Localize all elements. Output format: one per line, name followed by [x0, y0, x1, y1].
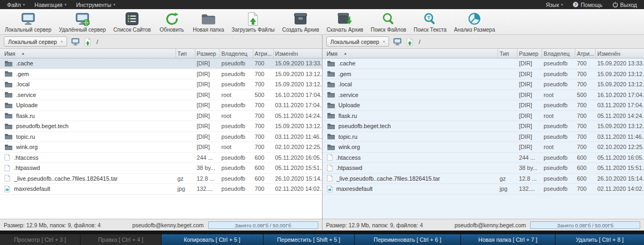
- file-row[interactable]: _live.pseudofb..cache.7files.1826415.tar…: [0, 174, 322, 184]
- file-row[interactable]: Uploade[DIR]pseudofb70003.11.2020 17:04.…: [323, 100, 644, 111]
- file-name: maxresdefault: [336, 185, 373, 192]
- column-header-name[interactable]: Имя▲: [323, 49, 499, 58]
- attrs-cell: 700: [575, 185, 596, 192]
- file-row[interactable]: .htaccess244 ...pseudofb60005.11.2020 16…: [323, 153, 644, 164]
- column-header-type[interactable]: Тип: [498, 49, 517, 58]
- column-header-owner[interactable]: Владелец: [542, 49, 575, 58]
- file-row[interactable]: flask.ru[DIR]root70005.11.2020 14:24...: [323, 111, 644, 122]
- modified-cell: 02.10.2020 12:25...: [274, 144, 322, 150]
- toolbar-download-archive-button[interactable]: Скачать Архив: [323, 10, 367, 33]
- attrs-cell: 600: [575, 154, 596, 161]
- column-header-modified[interactable]: Изменён: [596, 49, 644, 58]
- file-name: topic.ru: [16, 133, 35, 140]
- file-name: .htaccess: [336, 154, 361, 161]
- attrs-cell: 700: [253, 102, 274, 108]
- size-cell: [DIR]: [517, 144, 542, 150]
- file-row[interactable]: maxresdefaultjpg132....pseudofb70002.11.…: [323, 184, 644, 195]
- file-row[interactable]: topic.ru[DIR]pseudofb70003.11.2020 11:46…: [323, 132, 644, 143]
- owner-cell: pseudofb: [220, 154, 253, 161]
- file-row[interactable]: pseudofb.beget.tech[DIR]pseudofb70015.09…: [0, 121, 322, 132]
- column-header-modified[interactable]: Изменён: [274, 49, 322, 58]
- column-header-type[interactable]: Тип: [176, 49, 195, 58]
- size-cell: [DIR]: [195, 92, 220, 98]
- action-new-folder-button[interactable]: Новая папка [ Ctrl + 7 ]: [461, 234, 555, 245]
- owner-cell: root: [542, 144, 575, 150]
- file-row[interactable]: wink.org[DIR]root70002.10.2020 12:25...: [0, 142, 322, 153]
- modified-cell: 16.10.2020 17:04...: [274, 92, 322, 98]
- menu-file[interactable]: Файл▾: [2, 0, 30, 9]
- file-row[interactable]: .htpasswd38 by...pseudofb60005.11.2020 1…: [0, 163, 322, 174]
- file-row[interactable]: flask.ru[DIR]root70005.11.2020 14:24...: [0, 111, 322, 122]
- menu-tools[interactable]: Инструменты▾: [71, 0, 120, 9]
- table-header: Имя▲ТипРазмерВладелецАтри...Изменён: [323, 49, 644, 58]
- menu-exit[interactable]: Выход: [608, 0, 642, 9]
- action-copy-button[interactable]: Копировать [ Ctrl + 5 ]: [162, 234, 263, 245]
- file-row[interactable]: pseudofb.beget.tech[DIR]pseudofb70015.09…: [323, 121, 644, 132]
- file-row[interactable]: Uploade[DIR]pseudofb70003.11.2020 17:04.…: [0, 100, 322, 111]
- file-row[interactable]: .service[DIR]root50016.10.2020 17:04...: [0, 90, 322, 101]
- file-row[interactable]: .local[DIR]pseudofb70015.09.2020 13:12..…: [0, 79, 322, 90]
- file-name: .htpasswd: [336, 165, 363, 171]
- server-select-label: Локальный сервер: [331, 39, 379, 45]
- file-row[interactable]: .cache[DIR]pseudofb70015.09.2020 13:33..…: [0, 58, 322, 69]
- action-delete-button[interactable]: Удалить [ Ctrl + 8 ]: [555, 234, 644, 245]
- computer-icon[interactable]: [393, 38, 402, 46]
- toolbar-refresh-button[interactable]: Обновить: [155, 10, 189, 33]
- folder-icon: [327, 112, 335, 119]
- owner-cell: pseudofb: [542, 60, 575, 66]
- attrs-cell: 700: [253, 81, 274, 87]
- server-select[interactable]: Локальный сервер ▾: [326, 36, 390, 47]
- toolbar-remote-server-button[interactable]: Удалённый сервер: [55, 10, 109, 33]
- toolbar-search-files-button[interactable]: Поиск Файлов: [367, 10, 410, 33]
- file-row[interactable]: topic.ru[DIR]pseudofb70003.11.2020 11:46…: [0, 132, 322, 143]
- new-folder-icon: [201, 11, 216, 26]
- size-cell: [DIR]: [195, 113, 220, 119]
- file-row[interactable]: maxresdefaultjpg132....pseudofb70002.11.…: [0, 184, 322, 195]
- modified-cell: 15.09.2020 13:33...: [274, 60, 322, 66]
- folder-icon: [4, 112, 12, 119]
- home-upload-icon[interactable]: [406, 38, 414, 46]
- column-header-owner[interactable]: Владелец: [220, 49, 253, 58]
- name-cell: flask.ru: [323, 112, 499, 119]
- attrs-cell: 700: [575, 60, 596, 66]
- column-header-attrs[interactable]: Атри...: [575, 49, 596, 58]
- toolbar-upload-files-button[interactable]: Загрузить Файлы: [228, 10, 278, 33]
- computer-icon[interactable]: [71, 38, 80, 46]
- home-upload-icon[interactable]: [84, 38, 92, 46]
- file-row[interactable]: wink.org[DIR]root70002.10.2020 12:25...: [323, 142, 644, 153]
- owner-cell: pseudofb: [542, 154, 575, 161]
- toolbar-size-analysis-button[interactable]: Анализ Размера: [450, 10, 499, 33]
- toolbar-new-folder-button[interactable]: Новая папка: [189, 10, 228, 33]
- toolbar-create-archive-button[interactable]: Создать Архив: [279, 10, 323, 33]
- toolbar-local-server-button[interactable]: Локальный сервер: [1, 10, 55, 33]
- site-list-icon: [125, 11, 139, 26]
- file-row[interactable]: .cache[DIR]pseudofb70015.09.2020 13:33..…: [323, 58, 644, 69]
- modified-cell: 03.11.2020 17:04...: [596, 102, 644, 108]
- file-row[interactable]: .service[DIR]root50016.10.2020 17:04...: [323, 90, 644, 101]
- file-row[interactable]: _live.pseudofb..cache.7files.1826415.tar…: [323, 174, 644, 184]
- column-header-name[interactable]: Имя▲: [0, 49, 176, 58]
- menu-language[interactable]: Язык▾: [541, 0, 568, 9]
- toolbar-label: Обновить: [160, 27, 184, 33]
- file-row[interactable]: .htaccess244 ...pseudofb60005.11.2020 16…: [0, 153, 322, 164]
- modified-cell: 15.09.2020 13:12...: [274, 81, 322, 87]
- action-rename-button[interactable]: Переименовать [ Ctrl + 6 ]: [355, 234, 460, 245]
- file-row[interactable]: .gem[DIR]pseudofb70015.09.2020 13:12...: [323, 69, 644, 80]
- server-select[interactable]: Локальный сервер ▾: [4, 36, 67, 47]
- column-header-attrs[interactable]: Атри...: [253, 49, 274, 58]
- column-header-size[interactable]: Размер: [517, 49, 542, 58]
- file-row[interactable]: .local[DIR]pseudofb70015.09.2020 13:12..…: [323, 79, 644, 90]
- attrs-cell: 700: [253, 133, 274, 140]
- file-row[interactable]: .htpasswd38 by...pseudofb60005.11.2020 1…: [323, 163, 644, 174]
- table-header: Имя▲ТипРазмерВладелецАтри...Изменён: [0, 49, 322, 58]
- column-header-size[interactable]: Размер: [195, 49, 220, 58]
- file-name: maxresdefault: [14, 185, 50, 192]
- toolbar-site-list-button[interactable]: Список Сайтов: [109, 10, 155, 33]
- menu-label: Выход: [620, 2, 637, 8]
- toolbar-search-text-button[interactable]: TПоиск Текста: [410, 10, 450, 33]
- menu-navigation[interactable]: Навигация▾: [30, 0, 71, 9]
- folder-icon: [4, 133, 12, 140]
- menu-help[interactable]: ?Помощь: [568, 0, 608, 9]
- file-row[interactable]: .gem[DIR]pseudofb70015.09.2020 13:12...: [0, 69, 322, 80]
- action-move-button[interactable]: Переместить [ Shift + 5 ]: [264, 234, 354, 245]
